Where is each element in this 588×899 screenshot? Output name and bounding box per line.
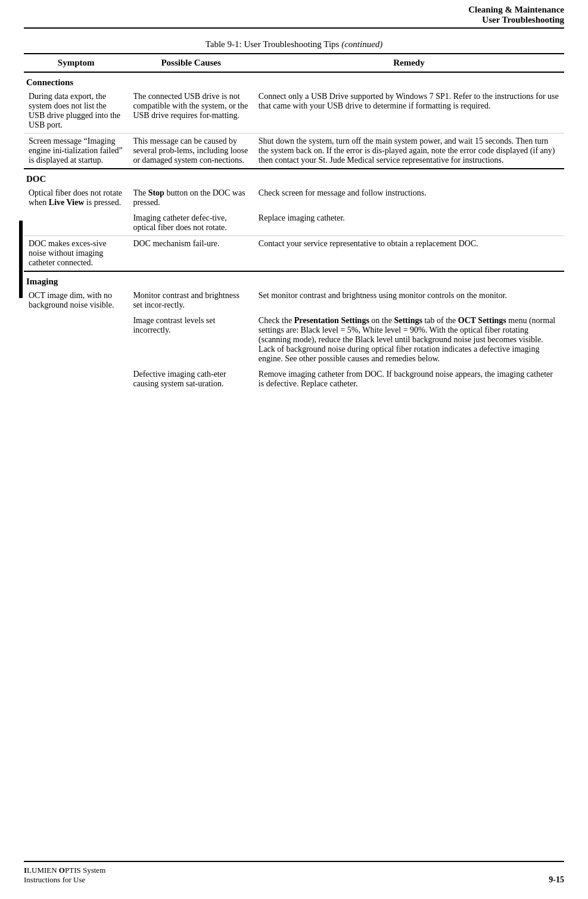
remedy-text: Replace imaging catheter. bbox=[259, 213, 345, 222]
causes-cell: This message can be caused by several pr… bbox=[128, 134, 253, 169]
remedy-cell: Connect only a USB Drive supported by Wi… bbox=[254, 89, 564, 134]
symptom-cell: Screen message “Imaging engine ini-tiali… bbox=[24, 134, 128, 169]
remedy-text: Remove imaging catheter from DOC. If bac… bbox=[259, 370, 553, 388]
header-title-line1: Cleaning & Maintenance bbox=[24, 5, 564, 15]
symptom-cell: DOC makes exces-sive noise without imagi… bbox=[24, 236, 128, 272]
section-connections: Connections bbox=[24, 72, 564, 89]
symptom-cell: Optical fiber does not rotate when Live … bbox=[24, 185, 128, 236]
causes-cell: DOC mechanism fail-ure. bbox=[128, 236, 253, 272]
symptom-text: OCT image dim, with no background noise … bbox=[29, 291, 114, 309]
table-row: DOC makes exces-sive noise without imagi… bbox=[24, 236, 564, 272]
footer-optis: O bbox=[59, 866, 65, 875]
remedy-cell: Check the Presentation Settings on the S… bbox=[254, 313, 564, 367]
table-row: OCT image dim, with no background noise … bbox=[24, 288, 564, 313]
page-footer: ILUMIEN OPTIS System Instructions for Us… bbox=[24, 861, 564, 885]
remedy-cell: Contact your service representative to o… bbox=[254, 236, 564, 272]
page-container: Cleaning & Maintenance User Troubleshoot… bbox=[0, 0, 588, 899]
causes-cell: The connected USB drive is not compatibl… bbox=[128, 89, 253, 134]
causes-text: This message can be caused by several pr… bbox=[133, 137, 248, 165]
remedy-cell: Shut down the system, turn off the main … bbox=[254, 134, 564, 169]
causes-cell: Image contrast levels set incorrectly. bbox=[128, 313, 253, 367]
section-connections-label: Connections bbox=[24, 72, 564, 89]
causes-text: Monitor contrast and brightness set inco… bbox=[133, 291, 239, 309]
table-title-prefix: Table 9-1: User Troubleshooting Tips bbox=[206, 39, 342, 49]
footer-instructions: Instructions for Use bbox=[24, 875, 105, 885]
page-header: Cleaning & Maintenance User Troubleshoot… bbox=[24, 0, 564, 29]
symptom-cell: OCT image dim, with no background noise … bbox=[24, 288, 128, 392]
remedy-text: Contact your service representative to o… bbox=[259, 239, 478, 248]
col-header-remedy: Remedy bbox=[254, 54, 564, 72]
causes-text: Image contrast levels set incorrectly. bbox=[133, 316, 215, 334]
col-header-causes: Possible Causes bbox=[128, 54, 253, 72]
causes-cell: Monitor contrast and brightness set inco… bbox=[128, 288, 253, 313]
symptom-cell: During data export, the system does not … bbox=[24, 89, 128, 134]
footer-lumien-rest: LUMIEN bbox=[27, 866, 59, 875]
causes-text: Defective imaging cath-eter causing syst… bbox=[133, 370, 226, 388]
footer-left: ILUMIEN OPTIS System Instructions for Us… bbox=[24, 866, 105, 885]
bold-stop: Stop bbox=[148, 188, 164, 197]
symptom-text: DOC makes exces-sive noise without imagi… bbox=[29, 239, 107, 267]
col-header-symptom: Symptom bbox=[24, 54, 128, 72]
remedy-text: Shut down the system, turn off the main … bbox=[259, 137, 555, 165]
table-title: Table 9-1: User Troubleshooting Tips (co… bbox=[24, 39, 564, 49]
causes-cell: The Stop button on the DOC was pressed. bbox=[128, 185, 253, 210]
main-table: Symptom Possible Causes Remedy Connectio… bbox=[24, 53, 564, 392]
remedy-text: Check the Presentation Settings on the S… bbox=[259, 316, 555, 363]
remedy-cell: Set monitor contrast and brightness usin… bbox=[254, 288, 564, 313]
footer-system-name: ILUMIEN OPTIS System bbox=[24, 866, 105, 875]
column-header-row: Symptom Possible Causes Remedy bbox=[24, 54, 564, 72]
bold-live: Live View bbox=[49, 198, 85, 207]
bold-oct-settings: OCT Settings bbox=[458, 316, 506, 325]
table-row: Screen message “Imaging engine ini-tiali… bbox=[24, 134, 564, 169]
causes-text: The connected USB drive is not compatibl… bbox=[133, 92, 248, 120]
table-title-italic: (continued) bbox=[341, 39, 382, 49]
header-title-line2: User Troubleshooting bbox=[24, 15, 564, 25]
table-row: Optical fiber does not rotate when Live … bbox=[24, 185, 564, 210]
symptom-text: Screen message “Imaging engine ini-tiali… bbox=[29, 137, 123, 165]
footer-ptis-rest: PTIS System bbox=[65, 866, 105, 875]
causes-cell: Imaging catheter defec-tive, optical fib… bbox=[128, 210, 253, 236]
sidebar-decoration bbox=[19, 221, 23, 298]
symptom-text: During data export, the system does not … bbox=[29, 92, 120, 129]
remedy-cell: Check screen for message and follow inst… bbox=[254, 185, 564, 210]
remedy-text: Connect only a USB Drive supported by Wi… bbox=[259, 92, 559, 110]
section-imaging-label: Imaging bbox=[24, 272, 564, 288]
section-doc: DOC bbox=[24, 169, 564, 185]
remedy-text: Set monitor contrast and brightness usin… bbox=[259, 291, 507, 300]
remedy-text: Check screen for message and follow inst… bbox=[259, 188, 427, 197]
section-imaging: Imaging bbox=[24, 272, 564, 288]
causes-text: Imaging catheter defec-tive, optical fib… bbox=[133, 213, 226, 232]
remedy-cell: Replace imaging catheter. bbox=[254, 210, 564, 236]
footer-page-number: 9-15 bbox=[549, 875, 564, 885]
bold-settings: Settings bbox=[394, 316, 422, 325]
causes-cell: Defective imaging cath-eter causing syst… bbox=[128, 367, 253, 392]
causes-text: DOC mechanism fail-ure. bbox=[133, 239, 219, 248]
table-row: During data export, the system does not … bbox=[24, 89, 564, 134]
section-doc-label: DOC bbox=[24, 169, 564, 185]
bold-presentation-settings: Presentation Settings bbox=[294, 316, 369, 325]
remedy-cell: Remove imaging catheter from DOC. If bac… bbox=[254, 367, 564, 392]
